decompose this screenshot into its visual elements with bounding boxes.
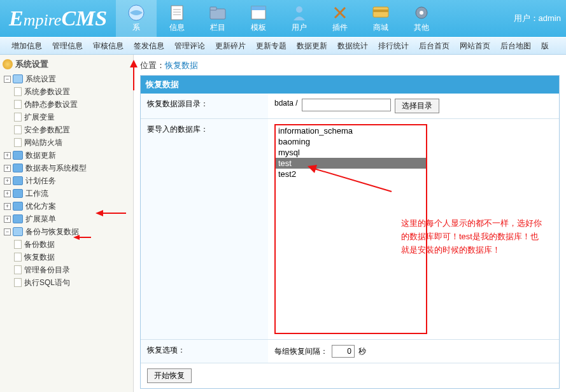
file-icon (14, 253, 22, 262)
document-icon (168, 4, 186, 21)
annotation-text: 这里的每个人显示的都不一样，选好你 的数据库即可！test是我的数据库！也 就是… (401, 217, 542, 256)
user-info: 用户：admin (514, 13, 561, 24)
tree-item-restore[interactable]: 恢复数据 (14, 251, 131, 263)
svg-rect-11 (373, 10, 388, 12)
user-icon (290, 4, 308, 21)
breadcrumb: 位置：恢复数据 (140, 60, 560, 71)
folder-icon (13, 176, 23, 185)
window-icon (250, 4, 267, 21)
file-icon (14, 278, 22, 287)
tree-cron[interactable]: +计划任务 (4, 174, 131, 187)
subnav-map[interactable]: 后台地图 (500, 41, 531, 52)
tree-data-model[interactable]: +数据表与系统模型 (4, 162, 131, 174)
gear-icon (413, 4, 430, 21)
tree-item[interactable]: 扩展变量 (14, 111, 131, 123)
opt-label: 恢复选项： (141, 340, 268, 363)
logo: EmpireCMS (0, 6, 116, 31)
browse-button[interactable]: 选择目录 (395, 99, 439, 113)
file-icon (14, 87, 22, 96)
plugin-icon (331, 4, 349, 21)
content: 位置：恢复数据 恢复数据 恢复数据源目录： bdata / 选择目录 要导入的数… (134, 55, 566, 392)
sub-nav: 增加信息 管理信息 审核信息 签发信息 管理评论 更新碎片 更新专题 数据更新 … (0, 37, 566, 55)
file-icon (14, 138, 22, 147)
folder-icon (13, 164, 23, 172)
db-option[interactable]: information_schema (276, 125, 426, 136)
gear-icon (3, 59, 13, 69)
db-option[interactable]: test2 (276, 169, 426, 179)
interval-unit: 秒 (358, 346, 366, 357)
src-dir-label: 恢复数据源目录： (141, 94, 268, 118)
svg-point-9 (296, 6, 302, 13)
subnav-comment[interactable]: 管理评论 (174, 41, 205, 52)
tree-item-sql[interactable]: 执行SQL语句 (14, 276, 131, 289)
sidebar-tree: −系统设置 系统参数设置 伪静态参数设置 扩展变量 安全参数配置 网站防火墙 +… (3, 73, 131, 289)
tree-item-backup-dir[interactable]: 管理备份目录 (14, 263, 131, 276)
svg-point-13 (420, 11, 423, 15)
file-icon (14, 113, 22, 122)
src-dir-input[interactable] (302, 99, 391, 111)
tree-ext-menu[interactable]: +扩展菜单 (4, 213, 131, 225)
tree-item[interactable]: 系统参数设置 (14, 85, 131, 98)
tree-optimize[interactable]: +优化方案 (4, 200, 131, 213)
folder-icon (13, 202, 23, 211)
subnav-sitehome[interactable]: 网站首页 (460, 41, 490, 52)
folder-icon (13, 214, 23, 223)
nav-column[interactable]: 栏目 (197, 0, 238, 37)
file-icon (14, 240, 22, 249)
tree-item[interactable]: 伪静态参数设置 (14, 98, 131, 111)
subnav-rank[interactable]: 排行统计 (378, 41, 409, 52)
nav-template[interactable]: 模板 (238, 0, 279, 37)
svg-rect-6 (210, 7, 216, 10)
db-option[interactable]: mysql (276, 147, 426, 158)
nav-other[interactable]: 其他 (401, 0, 442, 37)
main-nav: 系 信息 栏目 模板 用户 插件 商城 其他 (116, 0, 442, 37)
folder-icon (13, 151, 23, 160)
folder-icon (13, 189, 23, 198)
folder-icon (209, 4, 227, 21)
nav-system[interactable]: 系 (116, 0, 157, 37)
subnav-add[interactable]: 增加信息 (11, 41, 42, 52)
tree-system-settings[interactable]: −系统设置 (4, 73, 131, 85)
top-bar: EmpireCMS 系 信息 栏目 模板 用户 插件 商城 (0, 0, 566, 37)
db-option-selected[interactable]: test (276, 158, 426, 169)
tree-workflow[interactable]: +工作流 (4, 187, 131, 200)
tree-item[interactable]: 网站防火墙 (14, 136, 131, 149)
tree-backup-restore[interactable]: −备份与恢复数据 (4, 225, 131, 238)
subnav-review[interactable]: 审核信息 (93, 41, 124, 52)
subnav-dataupdate[interactable]: 数据更新 (297, 41, 327, 52)
file-icon (14, 125, 22, 134)
interval-label: 每组恢复间隔： (274, 346, 328, 357)
globe-icon (127, 4, 145, 21)
sidebar-title: 系统设置 (3, 59, 131, 70)
subnav-fragment[interactable]: 更新碎片 (215, 41, 246, 52)
nav-info[interactable]: 信息 (157, 0, 197, 37)
tree-item-backup[interactable]: 备份数据 (14, 238, 131, 251)
panel-title: 恢复数据 (141, 76, 559, 94)
subnav-adminhome[interactable]: 后台首页 (419, 41, 449, 52)
db-label: 要导入的数据库： (141, 119, 268, 339)
nav-plugin[interactable]: 插件 (320, 0, 360, 37)
folder-open-icon (13, 227, 23, 236)
db-option[interactable]: baoming (276, 136, 426, 147)
tree-data-update[interactable]: +数据更新 (4, 149, 131, 162)
src-prefix: bdata / (274, 99, 298, 108)
subnav-stats[interactable]: 数据统计 (337, 41, 368, 52)
svg-rect-8 (251, 6, 265, 10)
file-icon (14, 100, 22, 109)
submit-button[interactable]: 开始恢复 (147, 368, 192, 383)
sidebar: 系统设置 −系统设置 系统参数设置 伪静态参数设置 扩展变量 安全参数配置 网站… (0, 55, 134, 392)
nav-shop[interactable]: 商城 (360, 0, 401, 37)
subnav-ver[interactable]: 版 (541, 41, 549, 52)
subnav-issue[interactable]: 签发信息 (134, 41, 164, 52)
file-icon (14, 265, 22, 274)
nav-user[interactable]: 用户 (279, 0, 320, 37)
folder-open-icon (13, 74, 23, 83)
card-icon (372, 4, 390, 21)
interval-input[interactable] (332, 345, 355, 358)
tree-item[interactable]: 安全参数配置 (14, 123, 131, 136)
subnav-manage[interactable]: 管理信息 (52, 41, 83, 52)
svg-rect-1 (171, 6, 183, 20)
subnav-topic[interactable]: 更新专题 (256, 41, 287, 52)
